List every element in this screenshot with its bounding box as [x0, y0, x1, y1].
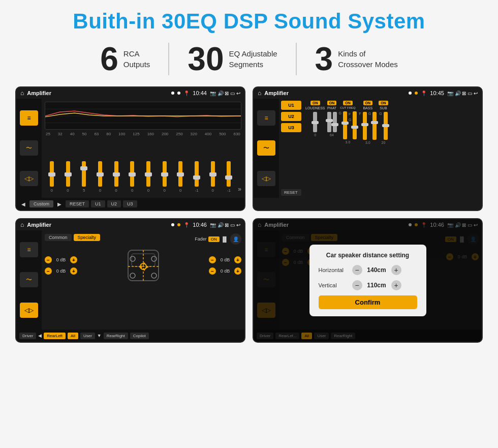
horizontal-minus-btn[interactable]: − [352, 265, 362, 275]
eq-slider-11[interactable]: 0 [206, 161, 220, 193]
confirm-button[interactable]: Confirm [319, 295, 417, 309]
eq-custom-button[interactable]: Custom [29, 200, 53, 207]
eq-track-9[interactable] [178, 161, 182, 187]
all-btn[interactable]: All [68, 333, 78, 339]
loudness-on[interactable]: ON [310, 101, 320, 105]
left-front-minus[interactable]: − [45, 256, 52, 263]
eq-track-3[interactable] [82, 161, 86, 187]
svg-point-9 [151, 256, 157, 261]
eq-slider-7[interactable]: 0 [141, 161, 155, 193]
crossover-u2-btn[interactable]: U2 [281, 112, 301, 121]
fader-tab-common[interactable]: Common [45, 234, 72, 241]
eq-dot-1 [171, 92, 174, 95]
svg-point-10 [130, 273, 135, 278]
eq-track-7[interactable] [146, 161, 150, 187]
channel-phat: ON PHAT [327, 101, 337, 137]
eq-track-8[interactable] [163, 161, 167, 187]
eq-u1-button[interactable]: U1 [91, 200, 105, 207]
sub-on[interactable]: ON [379, 101, 388, 105]
eq-u3-button[interactable]: U3 [123, 200, 137, 207]
right-vol-rear: − 0 dB + [209, 267, 241, 275]
eq-track-4[interactable] [98, 161, 102, 187]
eq-slider-9[interactable]: 0 [174, 161, 188, 193]
svg-point-8 [130, 256, 135, 261]
left-rear-minus[interactable]: − [45, 267, 52, 275]
eq-track-1[interactable] [50, 161, 54, 187]
vertical-plus-btn[interactable]: + [391, 280, 401, 290]
eq-track-11[interactable] [211, 161, 215, 187]
vertical-minus-btn[interactable]: − [352, 280, 362, 290]
crossover-reset-btn[interactable]: RESET [281, 189, 301, 196]
fader-bottom-bar: Driver ◀ RearLeft All User ▼ RearRight C… [16, 330, 244, 342]
eq-prev-button[interactable]: ◀ [19, 200, 27, 208]
eq-next-button[interactable]: ▶ [55, 200, 64, 208]
crossover-sidebar-wave[interactable]: 〜 [257, 140, 275, 156]
eq-slider-10[interactable]: -1 [190, 161, 204, 193]
right-rear-minus[interactable]: − [209, 267, 216, 275]
rearright-btn[interactable]: RearRight [104, 333, 128, 339]
crossover-u1-btn[interactable]: U1 [281, 101, 301, 110]
speaker-layout: − 0 dB + − 0 dB + [45, 248, 241, 283]
horizontal-row: Horizontal − 140cm + [319, 265, 417, 275]
eq-slider-12[interactable]: -1 [222, 161, 236, 193]
right-front-minus[interactable]: − [209, 256, 216, 263]
eq-slider-6[interactable]: 0 [125, 161, 139, 193]
eq-status-bar: ⌂ Amplifier 📍 10:44 📷 🔊 ⊠ ▭ ↩ [16, 87, 244, 99]
channel-controls: ON LOUDNESS 0 ON [305, 101, 480, 196]
crossover-status-icons: 📍 [421, 91, 427, 96]
crossover-u3-btn[interactable]: U3 [281, 123, 301, 132]
eq-track-6[interactable] [130, 161, 134, 187]
fader-tabs: Common Specialty [45, 234, 100, 241]
fader-on-badge[interactable]: ON [208, 236, 220, 242]
left-rear-plus[interactable]: + [70, 267, 77, 275]
right-rear-plus[interactable]: + [234, 267, 241, 275]
horizontal-value: 140cm [365, 266, 388, 274]
vertical-value: 110cm [365, 282, 388, 289]
rearleft-btn[interactable]: RearLeft [44, 333, 66, 339]
fader-sidebar-speaker[interactable]: ◁▷ [20, 303, 38, 318]
vertical-label: Vertical [319, 282, 349, 288]
right-front-plus[interactable]: + [234, 256, 241, 263]
eq-slider-5[interactable]: 0 [109, 161, 123, 193]
crossover-sidebar-speaker[interactable]: ◁▷ [257, 171, 275, 186]
eq-track-12[interactable] [227, 161, 231, 187]
horizontal-plus-btn[interactable]: + [391, 265, 401, 275]
page-wrapper: Buith-in 30EQ DSP Sound System 6 RCA Out… [0, 0, 498, 348]
eq-track-2[interactable] [66, 161, 70, 187]
eq-slider-3[interactable]: 5 [77, 161, 91, 193]
svg-point-11 [151, 273, 157, 278]
phat-on[interactable]: ON [327, 101, 337, 105]
eq-slider-1[interactable]: 0 [45, 161, 59, 193]
eq-reset-button[interactable]: RESET [66, 200, 89, 207]
eq-sidebar-speaker[interactable]: ◁▷ [20, 171, 38, 186]
copilot-btn[interactable]: Copilot [130, 333, 149, 339]
feature-text-eq: EQ Adjustable Segments [229, 48, 277, 70]
left-volumes: − 0 dB + − 0 dB + [45, 256, 77, 275]
eq-slider-4[interactable]: 0 [93, 161, 107, 193]
fader-icons: 📷 🔊 ⊠ ▭ ↩ [210, 222, 240, 228]
eq-sidebar-wave[interactable]: 〜 [20, 140, 38, 156]
eq-icons: 📷 🔊 ⊠ ▭ ↩ [210, 91, 240, 96]
eq-track-10[interactable] [195, 161, 199, 187]
eq-slider-8[interactable]: 0 [158, 161, 172, 193]
cutfreq-on[interactable]: ON [343, 101, 353, 105]
fader-sidebar-equalizer[interactable]: ≡ [20, 242, 38, 257]
eq-u2-button[interactable]: U2 [107, 200, 121, 207]
feature-text-rca: RCA Outputs [123, 48, 150, 70]
driver-btn[interactable]: Driver [19, 333, 36, 339]
left-front-plus[interactable]: + [70, 256, 77, 263]
fader-sidebar-wave[interactable]: 〜 [20, 272, 38, 287]
eq-track-5[interactable] [114, 161, 118, 187]
eq-sidebar-equalizer[interactable]: ≡ [20, 110, 38, 126]
crossover-screen-card: ⌂ Amplifier 📍 10:45 📷 🔊 ⊠ ▭ ↩ ≡ 〜 ◁▷ U [253, 86, 483, 211]
user-btn[interactable]: User [80, 333, 95, 339]
fader-tab-specialty[interactable]: Specialty [74, 234, 101, 241]
crossover-time: 10:45 [430, 90, 444, 96]
bass-on[interactable]: ON [363, 101, 373, 105]
left-vol-front: − 0 dB + [45, 256, 77, 263]
crossover-sidebar-equalizer[interactable]: ≡ [257, 110, 275, 126]
eq-freq-labels: 253240506380100125160200250320400500630 [45, 132, 241, 136]
fader-person-icon[interactable]: 👤 [230, 233, 241, 245]
crossover-dot-1 [409, 92, 412, 95]
eq-slider-2[interactable]: 0 [61, 161, 75, 193]
